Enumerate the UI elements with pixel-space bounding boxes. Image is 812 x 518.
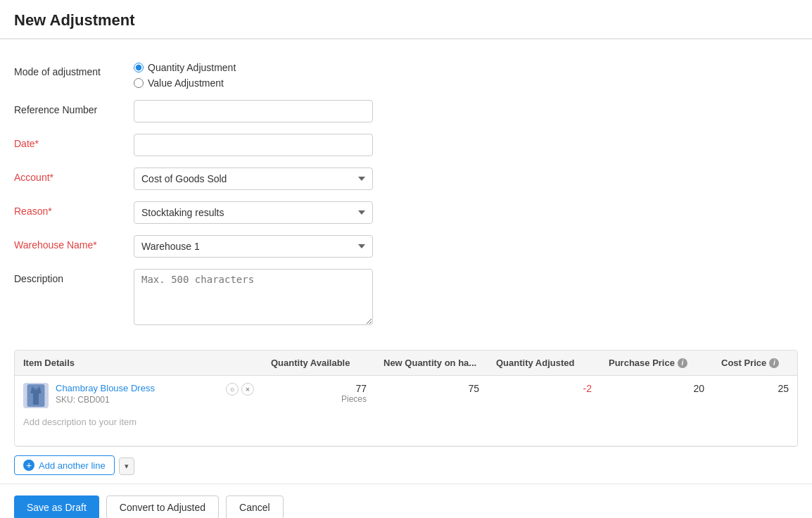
mode-control: Quantity Adjustment Value Adjustment <box>134 62 373 89</box>
warehouse-control: Warehouse 1 Warehouse 2 <box>134 235 373 258</box>
item-description-placeholder[interactable]: Add description to your item <box>23 417 254 427</box>
account-select-wrapper: Cost of Goods Sold Other Account <box>134 168 373 190</box>
reference-label: Reference Number <box>14 100 134 115</box>
item-image-svg <box>26 384 46 407</box>
header-divider <box>0 39 812 39</box>
item-name[interactable]: Chambray Blouse Dress <box>56 383 219 393</box>
cancel-button[interactable]: Cancel <box>226 495 284 518</box>
date-label: Date* <box>14 134 134 149</box>
save-as-draft-button[interactable]: Save as Draft <box>14 495 99 518</box>
description-textarea[interactable] <box>134 269 373 325</box>
col-quantity-adjusted: Quantity Adjusted <box>488 350 600 375</box>
item-remove-button[interactable]: × <box>241 383 254 396</box>
mode-label: Mode of adjustment <box>14 62 134 77</box>
date-control: 09 Apr 2021 <box>134 134 373 156</box>
quantity-unit: Pieces <box>341 394 367 404</box>
quantity-available-cell: 77 Pieces <box>262 376 375 446</box>
quantity-adjustment-option[interactable]: Quantity Adjustment <box>134 62 373 73</box>
date-input[interactable]: 09 Apr 2021 <box>134 134 373 156</box>
quantity-adjusted-cell: -2 <box>488 376 600 446</box>
value-radio[interactable] <box>134 78 144 88</box>
new-quantity-value[interactable]: 75 <box>468 383 479 394</box>
item-edit-button[interactable]: ○ <box>226 383 239 396</box>
description-row: Description <box>14 269 798 327</box>
item-actions: ○ × <box>226 383 254 396</box>
cost-price-info-icon: i <box>769 358 779 368</box>
table-row: Chambray Blouse Dress SKU: CBD001 ○ × Ad… <box>15 376 797 446</box>
col-cost-price: Cost Price i <box>713 350 797 375</box>
add-line-section: + Add another line ▾ <box>0 447 812 484</box>
quantity-label: Quantity Adjustment <box>148 62 236 73</box>
mode-radio-group: Quantity Adjustment Value Adjustment <box>134 62 373 89</box>
col-item-details: Item Details <box>15 350 262 375</box>
form-section: Mode of adjustment Quantity Adjustment V… <box>0 45 812 350</box>
warehouse-select-wrapper: Warehouse 1 Warehouse 2 <box>134 235 373 258</box>
reference-row: Reference Number <box>14 100 798 122</box>
reason-select[interactable]: Stocktaking results Damage Theft Other <box>134 201 373 224</box>
quantity-available-value: 77 <box>355 383 367 394</box>
reason-row: Reason* Stocktaking results Damage Theft… <box>14 201 798 224</box>
reference-input[interactable] <box>134 100 373 122</box>
purchase-price-cell: 20 <box>600 376 713 446</box>
item-info: Chambray Blouse Dress SKU: CBD001 <box>56 383 219 405</box>
description-control <box>134 269 373 327</box>
account-row: Account* Cost of Goods Sold Other Accoun… <box>14 168 798 190</box>
convert-to-adjusted-button[interactable]: Convert to Adjusted <box>106 495 219 518</box>
add-line-plus-icon: + <box>23 460 34 471</box>
warehouse-label: Warehouse Name* <box>14 235 134 251</box>
items-table: Item Details Quantity Available New Quan… <box>14 350 798 447</box>
cost-price-cell: 25 <box>713 376 797 446</box>
add-another-line-button[interactable]: + Add another line <box>14 455 115 475</box>
add-line-label: Add another line <box>39 460 106 471</box>
reason-control: Stocktaking results Damage Theft Other <box>134 201 373 224</box>
item-image <box>23 383 49 408</box>
item-details-cell: Chambray Blouse Dress SKU: CBD001 ○ × Ad… <box>15 376 262 446</box>
cost-price-value: 25 <box>778 383 789 394</box>
date-row: Date* 09 Apr 2021 <box>14 134 798 156</box>
mode-row: Mode of adjustment Quantity Adjustment V… <box>14 62 798 89</box>
item-top: Chambray Blouse Dress SKU: CBD001 ○ × <box>23 383 254 408</box>
table-header: Item Details Quantity Available New Quan… <box>15 350 797 376</box>
col-purchase-price: Purchase Price i <box>600 350 713 375</box>
footer-section: Save as Draft Convert to Adjusted Cancel <box>0 484 812 518</box>
reason-label: Reason* <box>14 201 134 217</box>
page-header: New Adjustment <box>0 0 812 39</box>
warehouse-select[interactable]: Warehouse 1 Warehouse 2 <box>134 235 373 258</box>
quantity-radio[interactable] <box>134 63 144 72</box>
chevron-down-icon: ▾ <box>125 462 129 471</box>
quantity-adjusted-value: -2 <box>583 383 592 394</box>
account-control: Cost of Goods Sold Other Account <box>134 168 373 190</box>
purchase-price-value: 20 <box>693 383 704 394</box>
value-label: Value Adjustment <box>148 77 224 89</box>
value-adjustment-option[interactable]: Value Adjustment <box>134 77 373 89</box>
add-line-dropdown-button[interactable]: ▾ <box>119 457 134 475</box>
purchase-price-info-icon: i <box>678 358 687 368</box>
reason-select-wrapper: Stocktaking results Damage Theft Other <box>134 201 373 224</box>
account-label: Account* <box>14 168 134 183</box>
page-title: New Adjustment <box>14 11 798 30</box>
col-new-quantity: New Quantity on ha... <box>375 350 488 375</box>
warehouse-row: Warehouse Name* Warehouse 1 Warehouse 2 <box>14 235 798 258</box>
new-quantity-cell: 75 <box>375 376 488 446</box>
account-select[interactable]: Cost of Goods Sold Other Account <box>134 168 373 190</box>
description-label: Description <box>14 269 134 284</box>
col-quantity-available: Quantity Available <box>262 350 375 375</box>
item-sku: SKU: CBD001 <box>56 395 219 405</box>
reference-control <box>134 100 373 122</box>
